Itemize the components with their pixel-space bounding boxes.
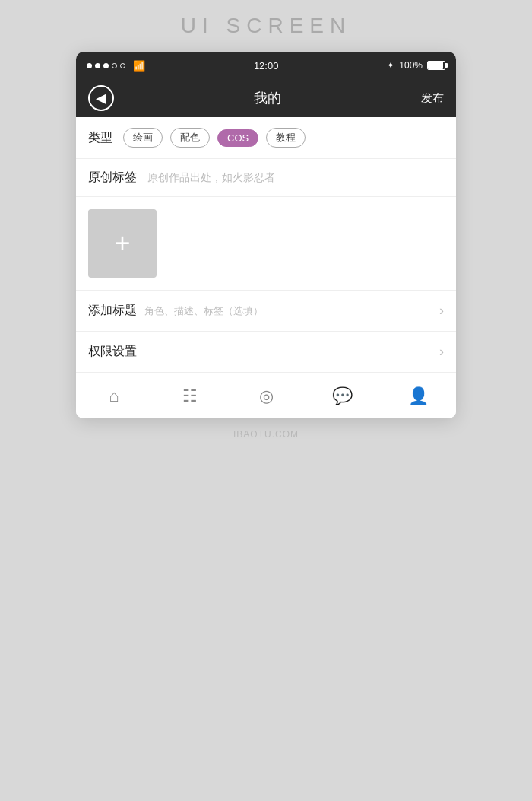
status-time: 12:00: [254, 60, 279, 72]
original-row: 原创标签 原创作品出处，如火影忍者: [76, 159, 456, 197]
dot-2: [95, 63, 100, 68]
bluetooth-icon: ✦: [387, 60, 394, 71]
status-bar: 📶 12:00 ✦ 100%: [76, 52, 456, 79]
tab-discover[interactable]: ◎: [228, 386, 304, 406]
add-title-label: 添加标题: [88, 303, 137, 319]
nav-title: 我的: [254, 89, 281, 107]
dot-3: [103, 63, 109, 68]
list-icon: ☷: [182, 386, 198, 406]
image-upload-area: +: [76, 197, 456, 291]
permission-chevron-icon: ›: [439, 344, 444, 360]
original-placeholder[interactable]: 原创作品出处，如火影忍者: [147, 171, 275, 185]
chat-icon: 💬: [332, 386, 353, 406]
tab-chat[interactable]: 💬: [304, 386, 380, 406]
tab-profile[interactable]: 👤: [380, 386, 456, 406]
tag-tutorial[interactable]: 教程: [266, 128, 306, 148]
discover-icon: ◎: [259, 386, 274, 406]
tag-color[interactable]: 配色: [170, 128, 210, 148]
profile-icon: 👤: [408, 386, 429, 406]
add-title-placeholder: 角色、描述、标签（选填）: [144, 304, 263, 318]
upload-box[interactable]: +: [88, 209, 157, 278]
battery-percent: 100%: [399, 60, 423, 71]
dot-5: [120, 63, 125, 68]
type-label: 类型: [88, 130, 112, 146]
nav-bar: ◀ 我的 发布: [76, 79, 456, 117]
signal-dots: 📶: [87, 60, 145, 72]
type-row: 类型 绘画 配色 COS 教程: [76, 117, 456, 159]
status-right: ✦ 100%: [387, 60, 445, 71]
logo-icon: ◀: [96, 90, 106, 106]
tag-painting[interactable]: 绘画: [123, 128, 163, 148]
original-label: 原创标签: [88, 170, 137, 186]
content-area: 类型 绘画 配色 COS 教程 原创标签 原创作品出处，如火影忍者 + 添加标: [76, 117, 456, 418]
nav-logo[interactable]: ◀: [88, 85, 114, 111]
phone-frame: 📶 12:00 ✦ 100% ◀ 我的 发布 类型 绘画: [76, 52, 456, 418]
home-icon: ⌂: [109, 386, 119, 406]
tag-cos[interactable]: COS: [217, 129, 258, 147]
tab-home[interactable]: ⌂: [76, 386, 152, 406]
wifi-icon: 📶: [133, 60, 145, 72]
add-title-row[interactable]: 添加标题 角色、描述、标签（选填） ›: [76, 291, 456, 332]
page-title: UI SCREEN: [181, 14, 351, 38]
battery-icon: [427, 61, 445, 70]
bottom-label: IBAOTU.COM: [233, 429, 299, 440]
tab-bar: ⌂ ☷ ◎ 💬 👤: [76, 373, 456, 418]
add-title-chevron-icon: ›: [439, 303, 444, 319]
add-title-left: 添加标题 角色、描述、标签（选填）: [88, 303, 263, 319]
upload-plus-icon: +: [114, 230, 130, 257]
publish-button[interactable]: 发布: [421, 91, 444, 106]
dot-1: [87, 63, 92, 68]
dot-4: [112, 63, 117, 68]
battery-fill: [428, 62, 443, 69]
tab-list[interactable]: ☷: [152, 386, 228, 406]
permission-label: 权限设置: [88, 344, 137, 360]
permission-row[interactable]: 权限设置 ›: [76, 332, 456, 373]
